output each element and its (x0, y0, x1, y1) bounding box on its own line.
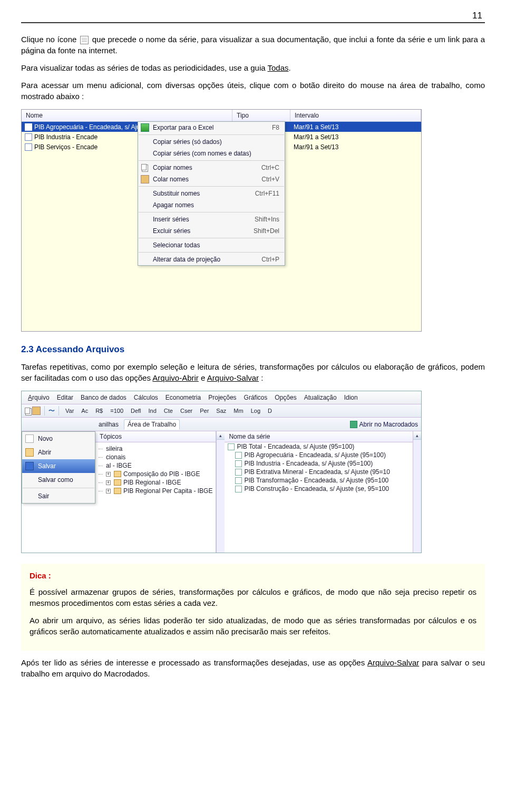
menu-label: Inserir séries (153, 216, 189, 223)
menu-label: Copiar nomes (153, 164, 192, 171)
tool-log[interactable]: Log (248, 407, 263, 415)
paragraph-5: Após ter lido as séries de interesse e p… (21, 657, 485, 679)
tab-area-trabalho[interactable]: Área de Trabalho (124, 419, 180, 430)
list-item[interactable]: PIB Industria - Encadeada, s/ Ajuste (95… (225, 459, 413, 468)
copy-icon[interactable] (25, 408, 30, 414)
tool-d[interactable]: D (265, 407, 275, 415)
tool-var[interactable]: Var (63, 407, 76, 415)
text: Abrir no Macrodados (359, 421, 418, 428)
menu-replace-names[interactable]: Substituir nomesCtrl+F11 (138, 188, 285, 199)
save-icon (25, 462, 34, 470)
menu-delete-names[interactable]: Apagar nomes (138, 199, 285, 211)
menu-export-excel[interactable]: Exportar para o ExcelF8 (138, 122, 285, 133)
menu-idioma[interactable]: Idion (341, 393, 361, 402)
file-salvar[interactable]: Salvar (22, 459, 95, 473)
menu-label: Sair (38, 492, 49, 500)
tree-item[interactable]: sileira (99, 444, 212, 453)
text: que precede o nome da série, para visual… (21, 35, 485, 55)
tree-item[interactable]: al - IBGE (99, 461, 212, 470)
text: rquivo (32, 394, 50, 401)
tree-item[interactable]: +Composição do PIB - IBGE (99, 470, 212, 478)
tool-cser[interactable]: Cser (178, 407, 195, 415)
shortcut: Ctrl+P (261, 256, 279, 263)
tool-ac[interactable]: Ac (79, 407, 91, 415)
separator (139, 160, 284, 161)
file-sair[interactable]: Sair (22, 489, 95, 503)
menu-label: Substituir nomes (153, 190, 200, 197)
document-icon (25, 123, 32, 131)
context-menu: Exportar para o ExcelF8 Copiar séries (s… (138, 121, 285, 266)
menu-calculos[interactable]: Cálculos (131, 393, 161, 402)
menu-opcoes[interactable]: Opções (271, 393, 299, 402)
menu-atualizacao[interactable]: Atualização (301, 393, 340, 402)
series-list[interactable]: PIB Total - Encadeada, s/ Ajuste (95=100… (225, 442, 413, 553)
menu-copy-series-names[interactable]: Copiar séries (com nomes e datas) (138, 148, 285, 159)
new-icon (25, 434, 34, 443)
right-header[interactable]: Nome da série (225, 431, 413, 442)
list-item[interactable]: PIB Construção - Encadeada, s/ Ajuste (s… (225, 485, 413, 493)
menu-label: Copiar séries (com nomes e datas) (153, 150, 251, 157)
tool-defl[interactable]: Defl (128, 407, 144, 415)
label: Composição do PIB - IBGE (123, 470, 200, 478)
col-nome[interactable]: Nome (22, 110, 232, 121)
shortcut: Ctrl+C (261, 164, 279, 171)
tab-planilhas[interactable]: anilhas (95, 420, 122, 429)
chart-icon[interactable]: 〜 (48, 407, 55, 415)
menu-change-proj-date[interactable]: Alterar data de projeçãoCtrl+P (138, 254, 285, 265)
menu-label: Novo (38, 435, 53, 442)
file-novo[interactable]: Novo (22, 432, 95, 446)
tool-per[interactable]: Per (197, 407, 211, 415)
tool-100[interactable]: =100 (108, 407, 126, 415)
menu-label: Selecionar todas (153, 241, 200, 249)
menu-copy-names[interactable]: Copiar nomesCtrl+C (138, 162, 285, 173)
list-item[interactable]: PIB Total - Encadeada, s/ Ajuste (95=100… (225, 442, 413, 451)
file-abrir[interactable]: Abrir (22, 446, 95, 459)
label: PIB Agropecuária - Encadeada, s/ Ajuste … (244, 451, 386, 459)
col-tipo[interactable]: Tipo (232, 110, 290, 121)
divider (21, 22, 485, 23)
tool-saz[interactable]: Saz (213, 407, 229, 415)
menu-insert-series[interactable]: Inserir sériesShift+Ins (138, 214, 285, 225)
menu-graficos[interactable]: Gráficos (241, 393, 271, 402)
separator (139, 252, 284, 253)
menu-copy-series-data[interactable]: Copiar séries (só dados) (138, 136, 285, 148)
scrollbar[interactable]: ▴ (413, 431, 421, 553)
menu-banco[interactable]: Banco de dados (77, 393, 130, 402)
document-icon (235, 486, 242, 492)
list-item[interactable]: PIB Extrativa Mineral - Encadeada, s/ Aj… (225, 468, 413, 476)
label: PIB Regional Per Capita - IBGE (123, 487, 212, 495)
label: PIB Total - Encadeada, s/ Ajuste (95=100… (237, 443, 354, 450)
tree-item[interactable]: +PIB Regional Per Capita - IBGE (99, 487, 212, 495)
menu-label: Copiar séries (só dados) (153, 138, 222, 146)
col-intervalo[interactable]: Intervalo (290, 110, 421, 121)
tool-rs[interactable]: R$ (93, 407, 105, 415)
menu-label: Salvar como (38, 476, 73, 484)
menu-select-all[interactable]: Selecionar todas (138, 239, 285, 251)
menu-projecoes[interactable]: Projeções (205, 393, 239, 402)
menu-editar[interactable]: Editar (54, 393, 76, 402)
file-salvar-como[interactable]: Salvar como (22, 473, 95, 487)
menu-paste-names[interactable]: Colar nomesCtrl+V (138, 173, 285, 185)
scroll-up-icon[interactable]: ▴ (413, 431, 421, 440)
abrir-macrodados-link[interactable]: Abrir no Macrodados (350, 421, 418, 428)
tip-title: Dica : (30, 571, 476, 580)
shortcut: Ctrl+F11 (255, 190, 279, 197)
menu-econometria[interactable]: Econometria (162, 393, 204, 402)
expand-icon[interactable]: + (106, 489, 111, 494)
tree-item[interactable]: cionais (99, 453, 212, 461)
scroll-up-icon[interactable]: ▴ (217, 431, 225, 440)
tool-mm[interactable]: Mm (231, 407, 246, 415)
list-item[interactable]: PIB Transformação - Encadeada, s/ Ajuste… (225, 476, 413, 485)
scrollbar[interactable]: ▴ (216, 431, 225, 553)
folder-icon (114, 488, 121, 494)
tool-ind[interactable]: Ind (146, 407, 159, 415)
tool-cte[interactable]: Cte (161, 407, 176, 415)
list-item[interactable]: PIB Agropecuária - Encadeada, s/ Ajuste … (225, 451, 413, 459)
paste-icon[interactable] (32, 407, 41, 415)
menu-arquivo[interactable]: Arquivo (25, 393, 53, 402)
expand-icon[interactable]: + (106, 480, 111, 485)
topic-tree[interactable]: sileira cionais al - IBGE +Composição do… (95, 442, 216, 553)
expand-icon[interactable]: + (106, 472, 111, 477)
tree-item[interactable]: +PIB Regional - IBGE (99, 478, 212, 487)
menu-exclude-series[interactable]: Excluir sériesShift+Del (138, 225, 285, 237)
